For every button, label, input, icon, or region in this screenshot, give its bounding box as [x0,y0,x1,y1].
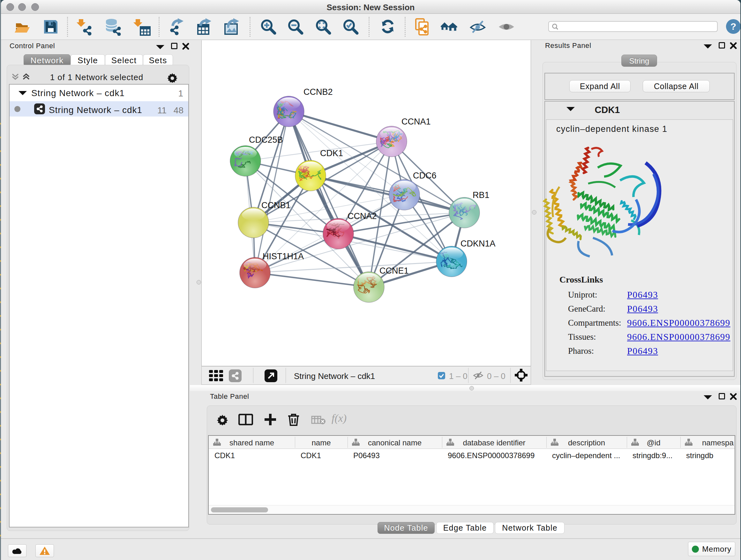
svg-text:CDC25B: CDC25B [249,135,283,145]
svg-text:CCNA2: CCNA2 [347,211,377,221]
svg-text:CCNB2: CCNB2 [304,87,333,97]
svg-text:CDC6: CDC6 [413,171,436,180]
svg-text:HIST1H1A: HIST1H1A [263,252,304,261]
svg-text:CCNB1: CCNB1 [261,200,291,210]
svg-text:CCNE1: CCNE1 [380,266,409,275]
svg-text:CDKN1A: CDKN1A [461,239,495,248]
svg-text:RB1: RB1 [473,190,489,200]
svg-text:CDK1: CDK1 [320,148,343,158]
svg-text:CCNA1: CCNA1 [401,117,431,126]
